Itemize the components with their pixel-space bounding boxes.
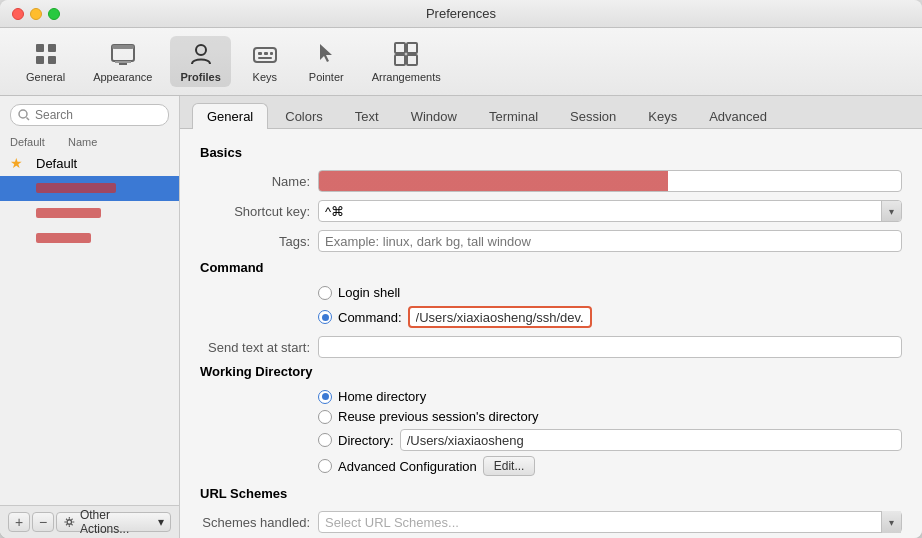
window-title: Preferences	[426, 6, 496, 21]
schemes-handled-label: Schemes handled:	[200, 515, 310, 530]
remove-profile-button[interactable]: −	[32, 512, 54, 532]
shortcut-key-select[interactable]: ^⌘ ▾	[318, 200, 902, 222]
search-bar	[0, 96, 179, 134]
edit-button[interactable]: Edit...	[483, 456, 536, 476]
name-input[interactable]	[318, 170, 902, 192]
working-directory-row: Home directory Reuse previous session's …	[200, 389, 902, 476]
tab-terminal[interactable]: Terminal	[474, 103, 553, 129]
send-text-field	[318, 336, 902, 358]
url-schemes-row: Schemes handled: Select URL Schemes... ▾	[200, 511, 902, 533]
list-item[interactable]	[0, 201, 179, 226]
other-actions-button[interactable]: Other Actions... ▾	[56, 512, 171, 532]
profile-name	[36, 231, 169, 246]
redacted-text	[36, 183, 116, 193]
home-directory-label: Home directory	[338, 389, 426, 404]
svg-rect-7	[115, 61, 131, 63]
shortcut-key-arrow[interactable]: ▾	[881, 200, 901, 222]
send-text-input[interactable]	[318, 336, 902, 358]
profiles-icon	[187, 40, 215, 68]
command-label: Command:	[338, 310, 402, 325]
svg-rect-13	[258, 57, 272, 59]
preferences-window: Preferences General	[0, 0, 922, 538]
traffic-lights	[12, 8, 60, 20]
command-section-title: Command	[200, 260, 902, 275]
toolbar-arrangements[interactable]: Arrangements	[362, 36, 451, 87]
pointer-icon	[312, 40, 340, 68]
toolbar-profiles[interactable]: Profiles	[170, 36, 230, 87]
svg-rect-6	[119, 63, 127, 65]
reuse-session-option[interactable]: Reuse previous session's directory	[318, 409, 902, 424]
star-icon: ★	[10, 155, 28, 171]
name-label: Name:	[200, 174, 310, 189]
directory-label: Directory:	[338, 433, 394, 448]
settings-content: Basics Name: Shortcut key: ^⌘ ▾	[180, 129, 922, 538]
login-shell-label: Login shell	[338, 285, 400, 300]
name-field	[318, 170, 902, 192]
maximize-button[interactable]	[48, 8, 60, 20]
command-radio-field: Login shell Command:	[318, 285, 902, 328]
toolbar-pointer-label: Pointer	[309, 71, 344, 83]
tags-input[interactable]	[318, 230, 902, 252]
tab-keys[interactable]: Keys	[633, 103, 692, 129]
reuse-session-radio[interactable]	[318, 410, 332, 424]
svg-rect-0	[36, 44, 44, 52]
search-input[interactable]	[10, 104, 169, 126]
tab-bar: General Colors Text Window Terminal Sess…	[180, 96, 922, 129]
tab-advanced[interactable]: Advanced	[694, 103, 782, 129]
header-name: Name	[68, 136, 97, 148]
tags-row: Tags:	[200, 230, 902, 252]
appearance-icon	[109, 40, 137, 68]
list-item[interactable]	[0, 226, 179, 251]
list-item[interactable]	[0, 176, 179, 201]
close-button[interactable]	[12, 8, 24, 20]
advanced-config-label: Advanced Configuration	[338, 459, 477, 474]
svg-rect-11	[264, 52, 268, 55]
arrangements-icon	[392, 40, 420, 68]
svg-rect-2	[36, 56, 44, 64]
home-directory-option[interactable]: Home directory	[318, 389, 902, 404]
url-schemes-select[interactable]: Select URL Schemes... ▾	[318, 511, 902, 533]
tab-general[interactable]: General	[192, 103, 268, 129]
tab-text[interactable]: Text	[340, 103, 394, 129]
tab-session[interactable]: Session	[555, 103, 631, 129]
shortcut-key-field: ^⌘ ▾	[318, 200, 902, 222]
tags-field	[318, 230, 902, 252]
toolbar-keys[interactable]: Keys	[239, 36, 291, 87]
svg-point-8	[196, 45, 206, 55]
toolbar-general[interactable]: General	[16, 36, 75, 87]
command-option[interactable]: Command:	[318, 306, 592, 328]
svg-rect-1	[48, 44, 56, 52]
sidebar: Default Name ★ Default	[0, 96, 180, 538]
main-area: Default Name ★ Default	[0, 96, 922, 538]
tab-colors[interactable]: Colors	[270, 103, 338, 129]
login-shell-radio[interactable]	[318, 286, 332, 300]
command-input[interactable]	[408, 306, 592, 328]
other-actions-arrow: ▾	[158, 515, 164, 529]
advanced-config-option[interactable]: Advanced Configuration Edit...	[318, 456, 902, 476]
sidebar-bottom: + − Other Actions... ▾	[0, 505, 179, 538]
directory-radio[interactable]	[318, 433, 332, 447]
minimize-button[interactable]	[30, 8, 42, 20]
url-schemes-arrow[interactable]: ▾	[881, 511, 901, 533]
toolbar-arrangements-label: Arrangements	[372, 71, 441, 83]
toolbar-appearance[interactable]: Appearance	[83, 36, 162, 87]
header-default: Default	[10, 136, 60, 148]
svg-point-18	[67, 520, 72, 525]
login-shell-option[interactable]: Login shell	[318, 285, 592, 300]
toolbar-keys-label: Keys	[253, 71, 277, 83]
list-item[interactable]: ★ Default	[0, 150, 179, 176]
toolbar: General Appearance Profiles	[0, 28, 922, 96]
add-profile-button[interactable]: +	[8, 512, 30, 532]
home-directory-radio[interactable]	[318, 390, 332, 404]
tab-window[interactable]: Window	[396, 103, 472, 129]
send-text-label: Send text at start:	[200, 340, 310, 355]
shortcut-key-label: Shortcut key:	[200, 204, 310, 219]
advanced-config-radio[interactable]	[318, 459, 332, 473]
profile-list-header: Default Name	[0, 134, 179, 150]
toolbar-pointer[interactable]: Pointer	[299, 36, 354, 87]
profile-name: Default	[36, 156, 169, 171]
command-radio[interactable]	[318, 310, 332, 324]
directory-option[interactable]: Directory:	[318, 429, 902, 451]
toolbar-profiles-label: Profiles	[180, 71, 220, 83]
directory-input[interactable]	[400, 429, 902, 451]
